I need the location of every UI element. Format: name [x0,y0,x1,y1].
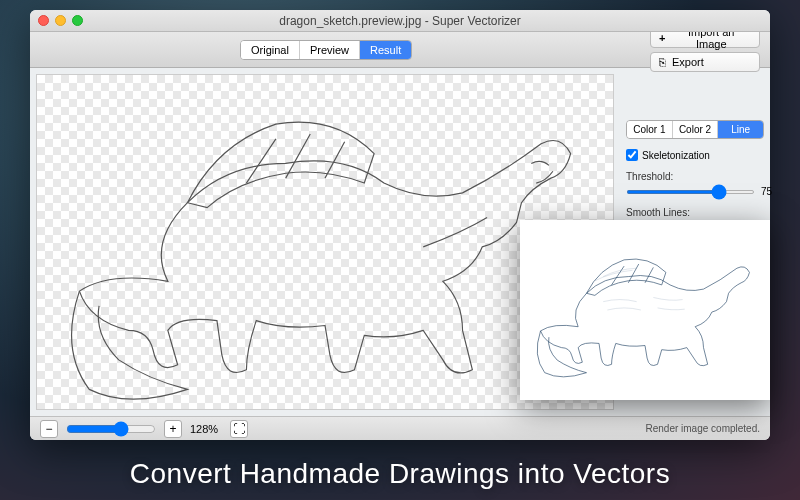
window-controls [38,15,83,26]
threshold-label: Threshold: [626,171,764,182]
zoom-readout: 128% [190,423,218,435]
export-icon [659,56,666,68]
close-icon[interactable] [38,15,49,26]
view-segmented-control: Original Preview Result [240,40,412,60]
window-title: dragon_sketch.preview.jpg - Super Vector… [30,14,770,28]
fit-to-screen-button[interactable]: ⛶ [230,420,248,438]
zoom-in-button[interactable]: + [164,420,182,438]
skeletonization-input[interactable] [626,149,638,161]
maximize-icon[interactable] [72,15,83,26]
toolbar: Original Preview Result Import an Image … [30,32,770,68]
zoom-slider[interactable] [66,421,156,437]
mode-segmented-control: Color 1 Color 2 Line [626,120,764,139]
threshold-slider[interactable] [626,190,755,194]
threshold-value: 75 [761,186,772,197]
original-preview-popover [520,220,770,400]
tab-result[interactable]: Result [360,41,411,59]
minimize-icon[interactable] [55,15,66,26]
tab-color2[interactable]: Color 2 [673,121,719,138]
tab-line[interactable]: Line [718,121,763,138]
titlebar: dragon_sketch.preview.jpg - Super Vector… [30,10,770,32]
statusbar: − + 128% ⛶ Render image completed. [30,416,770,440]
original-sketch [528,228,762,392]
zoom-out-button[interactable]: − [40,420,58,438]
plus-icon [659,32,665,44]
status-message: Render image completed. [645,423,760,434]
smooth-label: Smooth Lines: [626,207,764,218]
tab-original[interactable]: Original [241,41,300,59]
skeletonization-checkbox[interactable]: Skeletonization [626,149,764,161]
tab-color1[interactable]: Color 1 [627,121,673,138]
marketing-tagline: Convert Handmade Drawings into Vectors [0,458,800,490]
tab-preview[interactable]: Preview [300,41,360,59]
